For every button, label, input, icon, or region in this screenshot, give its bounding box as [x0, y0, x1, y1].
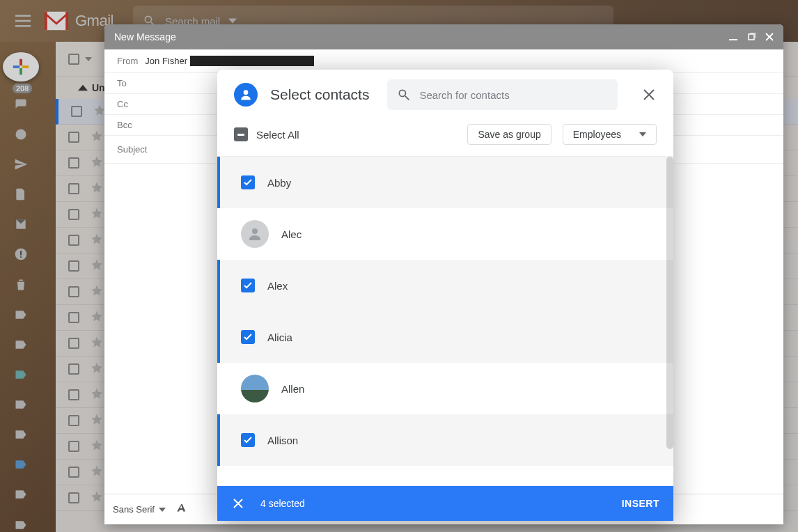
- contact-name: Allison: [267, 435, 298, 446]
- checkbox-checked-icon[interactable]: [241, 175, 255, 189]
- save-as-group-button[interactable]: Save as group: [467, 124, 551, 145]
- contact-name: Alex: [267, 280, 288, 292]
- chevron-down-icon: [639, 131, 646, 138]
- scrollbar[interactable]: [666, 157, 673, 449]
- selected-count: 4 selected: [260, 498, 305, 509]
- text-size-icon[interactable]: [175, 502, 188, 517]
- minimize-icon[interactable]: [729, 33, 737, 41]
- svg-point-12: [252, 228, 258, 234]
- svg-point-11: [244, 90, 249, 95]
- contact-row[interactable]: Abby: [217, 157, 673, 208]
- insert-button[interactable]: INSERT: [622, 498, 659, 509]
- contact-row[interactable]: Alex: [217, 260, 673, 311]
- compose-title: New Message: [114, 31, 176, 42]
- checkbox-checked-icon[interactable]: [241, 279, 255, 292]
- font-select[interactable]: Sans Serif: [113, 504, 166, 515]
- select-all-toggle[interactable]: Select All: [234, 127, 299, 141]
- contact-avatar: [241, 375, 269, 402]
- select-all-label: Select All: [256, 129, 299, 141]
- compose-header[interactable]: New Message: [104, 24, 783, 49]
- from-label: From: [117, 56, 138, 66]
- clear-selection-icon[interactable]: [233, 498, 244, 509]
- contact-name: Allen: [281, 383, 304, 395]
- contact-row[interactable]: Allison: [217, 414, 673, 466]
- contact-name: Abby: [267, 177, 291, 189]
- svg-rect-10: [729, 39, 737, 40]
- bcc-label: Bcc: [117, 120, 132, 130]
- search-icon: [397, 88, 411, 102]
- dialog-action-bar: Select All Save as group Employees: [217, 120, 673, 157]
- dialog-header: Select contacts Search for contacts: [217, 70, 673, 120]
- contact-row[interactable]: Allen: [217, 363, 673, 414]
- to-label: To: [117, 78, 127, 88]
- from-email-redacted: [190, 56, 314, 66]
- checkbox-checked-icon[interactable]: [241, 330, 255, 344]
- contacts-icon: [234, 83, 258, 107]
- group-selected-label: Employees: [573, 129, 621, 140]
- contact-row[interactable]: Alicia: [217, 311, 673, 363]
- search-placeholder: Search for contacts: [419, 89, 509, 101]
- contact-list[interactable]: AbbyAlecAlexAliciaAllenAllison: [217, 157, 673, 486]
- contact-name: Alec: [281, 228, 302, 240]
- select-contacts-dialog: Select contacts Search for contacts Sele…: [217, 70, 673, 521]
- indeterminate-checkbox-icon[interactable]: [234, 127, 248, 141]
- app-root: Gmail Search mail 208: [0, 0, 798, 532]
- group-filter-dropdown[interactable]: Employees: [563, 124, 657, 145]
- font-name: Sans Serif: [113, 504, 155, 515]
- pop-out-icon[interactable]: [747, 33, 756, 41]
- subject-label: Subject: [117, 144, 147, 155]
- close-icon[interactable]: [765, 33, 774, 41]
- dialog-footer: 4 selected INSERT: [217, 486, 673, 521]
- close-dialog-button[interactable]: [639, 84, 659, 105]
- chevron-down-icon: [159, 506, 166, 513]
- contact-search-input[interactable]: Search for contacts: [387, 79, 618, 110]
- checkbox-checked-icon[interactable]: [241, 433, 255, 447]
- cc-label: Cc: [117, 99, 128, 109]
- dialog-title: Select contacts: [270, 86, 369, 103]
- contact-row[interactable]: Alec: [217, 208, 673, 260]
- contact-avatar: [241, 220, 269, 248]
- contact-name: Alicia: [267, 331, 292, 343]
- from-value[interactable]: Jon Fisher: [145, 56, 187, 66]
